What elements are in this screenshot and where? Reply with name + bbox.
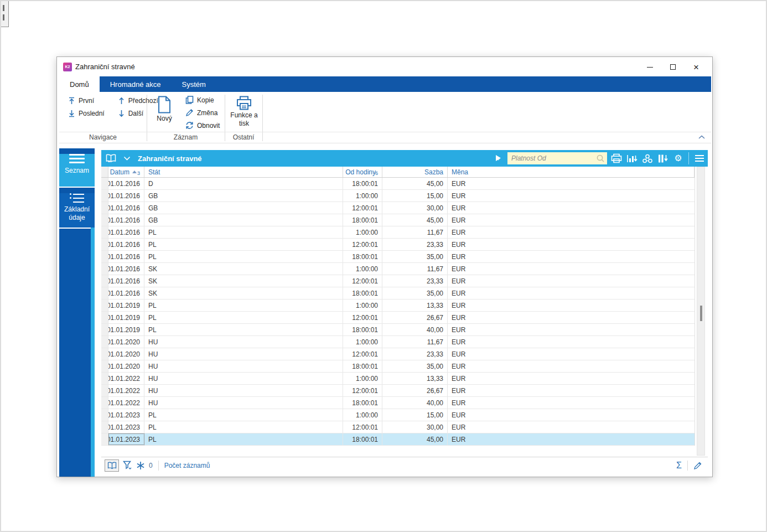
cell-sazba[interactable]: 45,00 (382, 178, 448, 189)
cell-datum[interactable]: 01.01.2020 (108, 348, 144, 360)
cell-sazba[interactable]: 11,67 (382, 263, 448, 275)
cell-od-hodiny[interactable]: 1:00:00 (343, 299, 382, 311)
cell-sazba[interactable]: 35,00 (382, 251, 448, 262)
cell-sazba[interactable]: 45,00 (382, 214, 448, 226)
header-stat[interactable]: Stát (144, 167, 343, 177)
table-row[interactable]: 01.01.2016 SK 1:00:00 11,67 EUR (101, 263, 695, 275)
cell-od-hodiny[interactable]: 12:00:01 (343, 312, 382, 323)
maximize-button[interactable] (661, 60, 685, 74)
table-row[interactable]: 01.01.2016 D 18:00:01 45,00 EUR (101, 178, 695, 190)
cell-mena[interactable]: EUR (448, 226, 695, 238)
cell-stat[interactable]: PL (144, 409, 343, 421)
cell-od-hodiny[interactable]: 18:00:01 (343, 433, 382, 445)
cell-stat[interactable]: HU (144, 360, 343, 372)
cell-mena[interactable]: EUR (448, 421, 695, 433)
cell-mena[interactable]: EUR (448, 348, 695, 360)
cell-sazba[interactable]: 30,00 (382, 202, 448, 214)
cell-mena[interactable]: EUR (448, 385, 695, 396)
cell-sazba[interactable]: 40,00 (382, 397, 448, 409)
cell-sazba[interactable]: 26,67 (382, 385, 448, 396)
cell-datum[interactable]: 01.01.2020 (108, 360, 144, 372)
cell-sazba[interactable]: 45,00 (382, 433, 448, 445)
tab-domu[interactable]: Domů (59, 76, 100, 92)
cell-sazba[interactable]: 23,33 (382, 348, 448, 360)
cell-sazba[interactable]: 13,33 (382, 299, 448, 311)
cell-stat[interactable]: HU (144, 397, 343, 409)
header-mena[interactable]: Měna (448, 167, 695, 177)
table-row[interactable]: 01.01.2023 PL 18:00:01 45,00 EUR (101, 433, 695, 446)
table-row[interactable]: 01.01.2016 SK 18:00:01 35,00 EUR (101, 287, 695, 299)
cell-datum[interactable]: 01.01.2023 (108, 409, 144, 421)
table-row[interactable]: 01.01.2016 GB 12:00:01 30,00 EUR (101, 202, 695, 214)
scrollbar-thumb[interactable] (700, 306, 702, 321)
cell-stat[interactable]: GB (144, 190, 343, 202)
cell-sazba[interactable]: 23,33 (382, 275, 448, 287)
minimize-button[interactable] (638, 60, 661, 74)
sidebar-item-zakladni-udaje[interactable]: Základní údaje (59, 193, 95, 228)
header-sazba[interactable]: Sazba (382, 167, 448, 177)
table-row[interactable]: 01.01.2016 PL 18:00:01 35,00 EUR (101, 251, 695, 263)
last-button[interactable]: Poslední (64, 107, 109, 120)
new-button[interactable]: Nový (150, 94, 179, 131)
cell-mena[interactable]: EUR (448, 360, 695, 372)
cell-datum[interactable]: 01.01.2022 (108, 397, 144, 409)
cell-sazba[interactable]: 35,00 (382, 360, 448, 372)
cell-od-hodiny[interactable]: 12:00:01 (343, 348, 382, 360)
function-print-button[interactable]: Funkce a tisk (227, 94, 261, 131)
cell-datum[interactable]: 01.01.2016 (108, 190, 144, 202)
table-row[interactable]: 01.01.2020 HU 18:00:01 35,00 EUR (101, 360, 695, 373)
cell-mena[interactable]: EUR (448, 190, 695, 202)
settings-button[interactable]: ⚙ (672, 152, 685, 165)
cell-od-hodiny[interactable]: 18:00:01 (343, 251, 382, 262)
cell-datum[interactable]: 01.01.2016 (108, 214, 144, 226)
cell-stat[interactable]: D (144, 178, 343, 189)
cell-datum[interactable]: 01.01.2020 (108, 336, 144, 348)
cell-od-hodiny[interactable]: 1:00:00 (343, 409, 382, 421)
cell-mena[interactable]: EUR (448, 275, 695, 287)
table-row[interactable]: 01.01.2023 PL 12:00:01 30,00 EUR (101, 421, 695, 433)
cell-mena[interactable]: EUR (448, 324, 695, 335)
cluster-button[interactable] (641, 152, 654, 165)
cell-stat[interactable]: HU (144, 373, 343, 384)
cell-mena[interactable]: EUR (448, 409, 695, 421)
chart-button[interactable] (625, 152, 638, 165)
tab-system[interactable]: Systém (171, 76, 216, 92)
cell-datum[interactable]: 01.01.2019 (108, 312, 144, 323)
cell-sazba[interactable]: 40,00 (382, 324, 448, 335)
table-row[interactable]: 01.01.2023 PL 1:00:00 15,00 EUR (101, 409, 695, 421)
cell-od-hodiny[interactable]: 12:00:01 (343, 275, 382, 287)
table-row[interactable]: 01.01.2016 GB 18:00:01 45,00 EUR (101, 214, 695, 226)
cell-mena[interactable]: EUR (448, 239, 695, 250)
cell-stat[interactable]: PL (144, 251, 343, 262)
table-row[interactable]: 01.01.2016 GB 1:00:00 15,00 EUR (101, 190, 695, 202)
table-row[interactable]: 01.01.2019 PL 1:00:00 13,33 EUR (101, 299, 695, 312)
cell-datum[interactable]: 01.01.2016 (108, 202, 144, 214)
cell-sazba[interactable]: 11,67 (382, 336, 448, 348)
cell-stat[interactable]: PL (144, 226, 343, 238)
cell-stat[interactable]: PL (144, 421, 343, 433)
table-row[interactable]: 01.01.2022 HU 12:00:01 26,67 EUR (101, 385, 695, 397)
cell-mena[interactable]: EUR (448, 251, 695, 262)
header-od-hodiny[interactable]: Od hodiny 6 (343, 167, 382, 177)
search-input[interactable] (507, 152, 607, 164)
cell-od-hodiny[interactable]: 18:00:01 (343, 287, 382, 299)
cell-mena[interactable]: EUR (448, 178, 695, 189)
cell-datum[interactable]: 01.01.2016 (108, 287, 144, 299)
table-row[interactable]: 01.01.2020 HU 12:00:01 23,33 EUR (101, 348, 695, 360)
cell-mena[interactable]: EUR (448, 433, 695, 445)
tab-hromadne-akce[interactable]: Hromadné akce (100, 76, 172, 92)
cell-sazba[interactable]: 35,00 (382, 287, 448, 299)
copy-button[interactable]: Kopie (182, 94, 223, 106)
cell-od-hodiny[interactable]: 1:00:00 (343, 226, 382, 238)
cell-od-hodiny[interactable]: 1:00:00 (343, 263, 382, 275)
run-button[interactable] (492, 152, 505, 165)
cell-od-hodiny[interactable]: 12:00:01 (343, 239, 382, 250)
cell-stat[interactable]: SK (144, 263, 343, 275)
cell-stat[interactable]: PL (144, 239, 343, 250)
cell-datum[interactable]: 01.01.2016 (108, 178, 144, 189)
first-button[interactable]: První (64, 94, 109, 107)
cell-mena[interactable]: EUR (448, 312, 695, 323)
cell-sazba[interactable]: 15,00 (382, 190, 448, 202)
cell-stat[interactable]: HU (144, 348, 343, 360)
ribbon-collapse-button[interactable] (698, 135, 706, 140)
